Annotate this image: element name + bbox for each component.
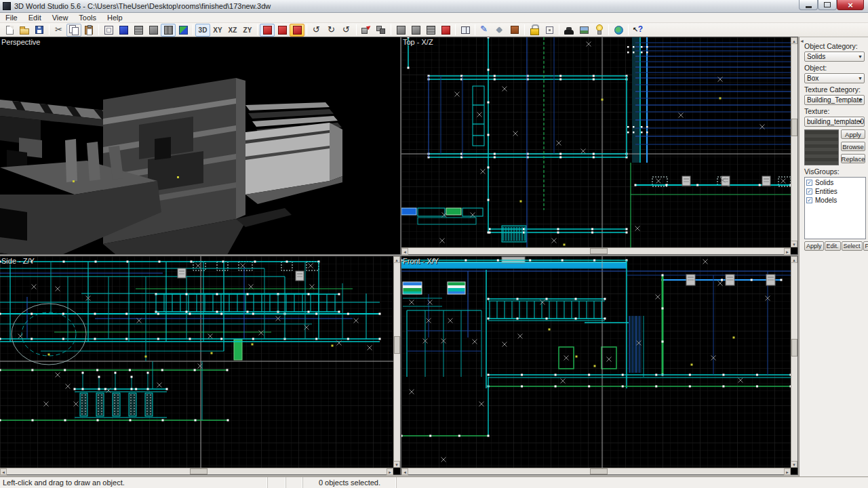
side-vertical-scrollbar[interactable]: ▲ ▼	[393, 256, 400, 468]
object-dropdown[interactable]: Box ▼	[804, 73, 865, 83]
view-xz-button[interactable]: XZ	[225, 24, 240, 37]
visgroups-edit-button[interactable]: Edit.	[825, 241, 841, 251]
rotate-x-button[interactable]	[309, 24, 324, 37]
cut-button[interactable]	[52, 24, 66, 37]
visgroup-checkbox[interactable]: ✓	[806, 180, 812, 186]
scroll-up-icon[interactable]: ▲	[393, 256, 400, 263]
view-3d-button[interactable]: 3D	[195, 24, 210, 37]
scroll-thumb[interactable]	[791, 339, 797, 357]
scroll-up-icon[interactable]: ▲	[791, 256, 797, 263]
mirror-button[interactable]	[458, 24, 473, 37]
scroll-thumb[interactable]	[190, 468, 208, 474]
scroll-left-icon[interactable]: ◄	[0, 468, 7, 475]
viewport-top-xz[interactable]: Top - X/Z ▲ ▼ ◄ ►	[401, 37, 797, 254]
texture-category-label: Texture Category:	[804, 85, 865, 94]
vehicle-button[interactable]	[561, 24, 576, 37]
copy-button[interactable]	[66, 24, 81, 37]
view-zy-button[interactable]: ZY	[240, 24, 255, 37]
view-xy-button[interactable]: XY	[210, 24, 225, 37]
texture-lock-button[interactable]	[507, 24, 522, 37]
entity-button[interactable]	[542, 24, 557, 37]
front-vertical-scrollbar[interactable]: ▲ ▼	[791, 256, 797, 468]
rotate-y-button[interactable]	[324, 24, 339, 37]
visgroups-list[interactable]: ✓Solids✓Entities✓Models	[804, 177, 866, 239]
shaded-view-button[interactable]	[146, 24, 161, 37]
menu-edit[interactable]: Edit	[23, 13, 47, 22]
replace-texture-button[interactable]: Replace	[841, 154, 865, 163]
scroll-right-icon[interactable]: ►	[784, 468, 791, 475]
object-category-dropdown[interactable]: Solids ▼	[804, 52, 865, 62]
menu-tools[interactable]: Tools	[73, 13, 102, 22]
textured-view-button[interactable]	[161, 24, 176, 37]
scroll-up-icon[interactable]: ▲	[791, 37, 797, 44]
group-button[interactable]	[423, 24, 438, 37]
visgroup-item-models[interactable]: ✓Models	[806, 197, 864, 204]
menu-help[interactable]: Help	[102, 13, 128, 22]
save-button[interactable]	[32, 24, 47, 37]
toolbar-separator	[307, 24, 307, 35]
scroll-thumb[interactable]	[590, 248, 608, 254]
front-horizontal-scrollbar[interactable]: ◄ ►	[401, 468, 791, 474]
visgroup-checkbox[interactable]: ✓	[806, 188, 812, 195]
side-horizontal-scrollbar[interactable]: ◄ ►	[0, 468, 393, 474]
carve-button[interactable]	[393, 24, 408, 37]
scale-mode-button[interactable]	[290, 24, 304, 37]
visgroup-item-solids[interactable]: ✓Solids	[806, 179, 864, 186]
solid-view-button[interactable]	[116, 24, 131, 37]
viewport-side-zy[interactable]: Side - Z/Y ▲ ▼ ◄ ►	[0, 256, 400, 474]
scroll-down-icon[interactable]: ▼	[791, 241, 797, 247]
scroll-thumb[interactable]	[791, 119, 797, 136]
minimize-button[interactable]	[799, 0, 818, 10]
pen-button[interactable]	[477, 24, 492, 37]
open-button[interactable]	[17, 24, 32, 37]
viewport-front-xy[interactable]: Front - X/Y ▲ ▼ ◄ ►	[401, 256, 797, 474]
flat-shaded-view-button[interactable]	[131, 24, 146, 37]
menu-view[interactable]: View	[47, 13, 74, 22]
visgroups-select-button[interactable]: Select	[842, 241, 863, 251]
visgroups-purge-button[interactable]: Purge	[863, 241, 868, 251]
close-button[interactable]	[837, 0, 864, 10]
scene-button[interactable]	[576, 24, 591, 37]
light-button[interactable]	[591, 24, 606, 37]
visgroup-item-entities[interactable]: ✓Entities	[806, 188, 864, 195]
cut-icon	[54, 24, 64, 35]
lightmap-view-button[interactable]	[176, 24, 191, 37]
visgroup-checkbox[interactable]: ✓	[806, 197, 812, 203]
menu-file[interactable]: File	[0, 13, 23, 22]
hollow-button[interactable]	[408, 24, 423, 37]
align-button[interactable]	[359, 24, 374, 37]
paste-button[interactable]	[81, 24, 96, 37]
eraser-button[interactable]	[492, 24, 507, 37]
world-button[interactable]	[611, 24, 626, 37]
texture-preview[interactable]	[804, 129, 839, 165]
top-vertical-scrollbar[interactable]: ▲ ▼	[791, 37, 797, 247]
panel-collapse-icon[interactable]: ◄	[800, 39, 804, 43]
move-mode-button[interactable]	[275, 24, 290, 37]
viewport-perspective[interactable]: Perspective	[0, 37, 400, 254]
browse-texture-button[interactable]: Browse	[841, 142, 865, 151]
scroll-thumb[interactable]	[590, 468, 608, 474]
scroll-left-icon[interactable]: ◄	[401, 248, 408, 255]
texture-value: building_template01a	[807, 118, 865, 125]
context-help-button[interactable]	[631, 24, 646, 37]
snap-button[interactable]	[374, 24, 389, 37]
visgroups-apply-button[interactable]: Apply	[804, 241, 824, 251]
texture-dropdown[interactable]: building_template01a ▼	[804, 117, 865, 127]
window-title: 3D World Studio 5.6 - C:\Users\TheUser\D…	[14, 2, 271, 10]
rotate-z-button[interactable]	[339, 24, 354, 37]
scroll-down-icon[interactable]: ▼	[393, 461, 400, 468]
apply-texture-button[interactable]: Apply	[841, 129, 865, 139]
lock-button[interactable]	[527, 24, 542, 37]
top-horizontal-scrollbar[interactable]: ◄ ►	[401, 247, 791, 254]
new-button[interactable]	[2, 24, 17, 37]
wireframe-view-button[interactable]	[101, 24, 116, 37]
maximize-button[interactable]	[818, 0, 837, 10]
select-mode-button[interactable]	[260, 24, 275, 37]
scroll-right-icon[interactable]: ►	[387, 468, 393, 475]
texture-category-dropdown[interactable]: Building_Template ▼	[804, 95, 865, 105]
scroll-right-icon[interactable]: ►	[784, 248, 791, 255]
scroll-down-icon[interactable]: ▼	[791, 461, 797, 468]
scroll-thumb[interactable]	[394, 336, 400, 354]
ungroup-button[interactable]	[438, 24, 453, 37]
scroll-left-icon[interactable]: ◄	[401, 468, 408, 475]
